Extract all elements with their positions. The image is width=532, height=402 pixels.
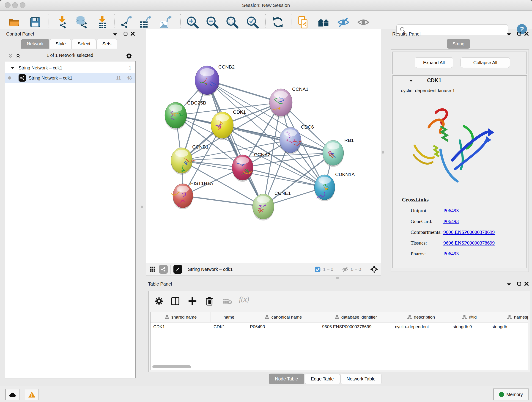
import-table-button[interactable]	[94, 15, 110, 29]
cloud-status-button[interactable]	[5, 389, 19, 400]
gene-description: cyclin–dependent kinase 1	[401, 88, 455, 93]
table-cell[interactable]: stringdb:9...	[450, 322, 489, 332]
show-graphics-details-button[interactable]	[355, 15, 371, 29]
network-node[interactable]	[314, 175, 335, 201]
hide-graphics-details-button[interactable]	[336, 15, 351, 29]
crosslink-value[interactable]: 9606.ENSP00000378699	[443, 229, 495, 235]
table-cell[interactable]: CDK1	[151, 322, 211, 332]
control-tab-sets[interactable]: Sets	[96, 39, 117, 49]
apply-layout-button[interactable]	[270, 15, 286, 29]
network-row-selected[interactable]: String Network – cdk1 11 48	[5, 73, 135, 83]
column-header-label: canonical name	[271, 315, 302, 320]
network-node[interactable]	[253, 194, 274, 220]
table-cell[interactable]: 9606.ENSP00000378699	[319, 322, 392, 332]
crosslink-value[interactable]: 9606.ENSP00000378699	[443, 240, 495, 246]
splitter-grip[interactable]	[336, 277, 339, 279]
table-tab-edge-table[interactable]: Edge Table	[305, 374, 340, 384]
splitter-grip[interactable]	[141, 206, 143, 208]
float-panel-icon[interactable]	[123, 31, 128, 36]
expand-all-button[interactable]: Expand All	[415, 57, 453, 68]
export-table-button[interactable]	[138, 15, 153, 29]
houses-button[interactable]	[316, 15, 331, 29]
zoom-selected-button[interactable]	[245, 15, 260, 29]
panel-menu-icon[interactable]	[506, 282, 511, 287]
add-column-icon[interactable]	[188, 297, 197, 306]
table-cell[interactable]: P06493	[247, 322, 319, 332]
table-cell[interactable]: stringdb	[489, 322, 528, 332]
network-node[interactable]	[269, 89, 292, 118]
close-panel-icon[interactable]	[130, 31, 135, 36]
network-node[interactable]	[279, 127, 301, 154]
string-network-graph[interactable]: CCNB2CCNA1CDC25BCDK1CDC6RB1CCNB1CCNA2CDK…	[146, 29, 381, 263]
import-network-database-button[interactable]	[74, 15, 89, 29]
hidden-eye-icon[interactable]	[342, 266, 349, 272]
network-edge[interactable]	[207, 80, 263, 206]
network-node[interactable]	[172, 184, 193, 209]
zoom-in-button[interactable]	[185, 15, 200, 29]
panel-menu-icon[interactable]	[506, 32, 511, 37]
network-view-canvas[interactable]: CCNB2CCNA1CDC25BCDK1CDC6RB1CCNB1CCNA2CDK…	[146, 29, 381, 264]
column-header[interactable]: @id	[450, 312, 489, 322]
crosslink-value[interactable]: P06493	[443, 218, 459, 224]
network-node[interactable]	[232, 155, 253, 182]
results-tab-string[interactable]: String	[447, 39, 470, 49]
gene-header-row[interactable]: CDK1	[393, 76, 526, 86]
float-panel-icon[interactable]	[517, 31, 522, 36]
table-cell[interactable]: CDK1	[211, 322, 247, 332]
table-gear-icon[interactable]	[155, 297, 163, 306]
expand-all-icon[interactable]	[16, 53, 21, 58]
control-tab-style[interactable]: Style	[50, 39, 71, 49]
network-node[interactable]	[195, 66, 219, 96]
selected-checkbox-icon[interactable]	[315, 266, 321, 273]
close-panel-icon[interactable]	[524, 31, 529, 36]
control-tab-select[interactable]: Select	[72, 39, 96, 49]
toolbar-separator	[265, 14, 266, 28]
birdseye-view-button[interactable]	[173, 265, 182, 274]
table-row[interactable]: CDK1CDK1P064939606.ENSP00000378699cyclin…	[151, 322, 528, 332]
memory-button[interactable]: Memory	[493, 389, 529, 400]
table-tab-network-table[interactable]: Network Table	[341, 374, 382, 384]
fit-content-crosshair-icon[interactable]	[370, 265, 378, 274]
collapse-all-button[interactable]: Collapse All	[461, 57, 510, 68]
export-network-button[interactable]	[119, 15, 134, 29]
close-panel-icon[interactable]	[524, 281, 529, 286]
show-columns-icon[interactable]	[171, 296, 180, 306]
import-network-file-button[interactable]	[54, 15, 70, 29]
column-header[interactable]: description	[392, 312, 450, 322]
panel-menu-icon[interactable]	[113, 32, 118, 37]
gene-expander-icon[interactable]	[409, 79, 413, 83]
network-node[interactable]	[165, 102, 187, 130]
float-panel-icon[interactable]	[517, 281, 522, 286]
control-tab-network[interactable]: Network	[21, 39, 49, 49]
column-header[interactable]: database identifier	[319, 312, 392, 322]
results-card: Expand All Collapse All CDK1 cyclin–depe…	[391, 50, 529, 272]
column-header[interactable]: name	[211, 312, 247, 322]
network-share-button[interactable]	[159, 265, 168, 274]
column-header[interactable]: canonical name	[247, 312, 319, 322]
network-edge[interactable]	[183, 196, 263, 206]
network-edge[interactable]	[222, 125, 333, 153]
grid-view-button[interactable]	[148, 265, 157, 274]
table-cell[interactable]: cyclin–dependent ...	[392, 322, 450, 332]
collection-expander-icon[interactable]	[10, 66, 15, 70]
open-session-button[interactable]	[6, 15, 22, 29]
network-edge[interactable]	[182, 140, 290, 160]
crosslink-value[interactable]: P06493	[443, 251, 459, 257]
zoom-out-button[interactable]	[204, 15, 220, 29]
network-node[interactable]	[211, 112, 234, 140]
export-image-button[interactable]	[158, 15, 174, 29]
warnings-button[interactable]	[25, 389, 39, 400]
column-header[interactable]: shared name	[151, 312, 211, 322]
duplicate-network-button[interactable]	[295, 15, 311, 29]
column-header[interactable]: namespace	[489, 312, 528, 322]
horizontal-scrollbar[interactable]	[152, 365, 191, 368]
save-session-button[interactable]	[27, 15, 43, 29]
network-collection-row[interactable]: String Network – cdk1 1	[5, 63, 135, 73]
table-tab-node-table[interactable]: Node Table	[269, 374, 304, 384]
crosslink-value[interactable]: P06493	[443, 208, 459, 214]
collapse-all-icon[interactable]	[8, 53, 13, 58]
zoom-fit-button[interactable]	[224, 15, 240, 29]
network-node[interactable]	[323, 140, 344, 167]
delete-column-icon[interactable]	[205, 296, 214, 306]
gear-icon[interactable]	[126, 52, 133, 59]
